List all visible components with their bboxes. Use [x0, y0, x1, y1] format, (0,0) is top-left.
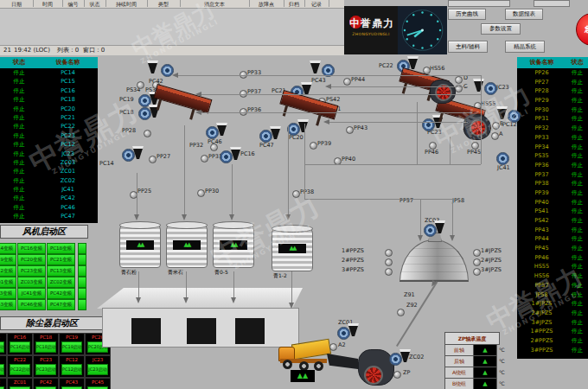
status-dot	[474, 102, 482, 110]
fan-icon	[161, 64, 174, 77]
fine-product-system-button[interactable]: 精品系统	[505, 41, 545, 53]
emergency-stop-button[interactable]: 急停	[576, 13, 588, 46]
stockpile-dome[interactable]	[399, 239, 469, 282]
alarm-column-header[interactable]: 时间	[33, 0, 63, 7]
alarm-column-header[interactable]: 日期	[0, 0, 34, 7]
device-label-jpzs1: 1#JPZS	[481, 247, 502, 254]
vfd-start-button[interactable]: ZC01变频	[0, 277, 16, 288]
dust-collector-cell: PC14PC14启动	[0, 333, 7, 355]
feeder-conveyor[interactable]	[327, 349, 358, 369]
vfd-start-button[interactable]: PC23变频	[17, 265, 46, 277]
device-name: PP39	[517, 188, 566, 197]
device-name: JP58	[517, 290, 566, 299]
device-status: 停止	[566, 226, 588, 234]
material-button[interactable]: 主料/辅料	[448, 41, 488, 53]
dust-device-label: PC43	[60, 379, 84, 385]
alarm-column-header[interactable]: 状态	[84, 0, 106, 7]
device-label-a: A	[499, 131, 502, 137]
device-label-pp46: PP46	[425, 149, 438, 156]
vfd-start-button[interactable]: PC18变频	[47, 243, 75, 254]
device-label-ps42: PS42	[326, 96, 340, 103]
device-label-ppzs1: 1#PPZS	[342, 247, 364, 254]
status-dot	[491, 132, 499, 140]
device-status: 停止	[566, 133, 588, 142]
storage-silo[interactable]: ▲▲	[213, 223, 254, 268]
data-report-button[interactable]: 数据报表	[505, 9, 543, 20]
vfd-indicator[interactable]	[78, 265, 86, 277]
dust-collector-cell: ZC02ZC02启动	[0, 378, 7, 389]
vfd-start-button[interactable]: PC22变频	[0, 265, 16, 277]
vfd-indicator[interactable]	[78, 254, 86, 265]
dust-collector-cell: PC19PC19启动	[59, 333, 85, 355]
dust-start-button[interactable]: PC16启动	[10, 341, 30, 353]
status-dot	[429, 142, 437, 150]
vfd-start-button[interactable]: PC42变频	[47, 288, 75, 299]
vfd-start-button[interactable]: PC43变频	[0, 299, 16, 310]
device-name: PP32	[517, 124, 566, 132]
alarm-column-header[interactable]: 归档	[284, 0, 305, 7]
dust-start-button[interactable]: JC23启动	[87, 364, 108, 375]
vfd-start-button[interactable]: PC19变频	[0, 254, 16, 265]
dust-start-button[interactable]: PC12启动	[61, 364, 82, 375]
alarm-column-header[interactable]: 编号	[62, 0, 85, 7]
history-curve-button[interactable]: 历史曲线	[448, 9, 486, 20]
vfd-indicator[interactable]	[78, 277, 86, 288]
device-status-row: PP31停止	[517, 114, 588, 124]
device-name: PC23	[38, 131, 98, 140]
vfd-indicator[interactable]	[78, 299, 86, 310]
dust-start-button[interactable]: PC14启动	[0, 341, 4, 353]
vfd-start-button[interactable]: PC20变频	[17, 254, 46, 265]
alarm-column-header[interactable]: 持续时间	[105, 0, 148, 7]
device-name: 3#JPZS	[517, 318, 566, 327]
dust-start-button[interactable]: PC21启动	[0, 364, 4, 375]
alarm-column-header[interactable]: 类型	[147, 0, 181, 7]
pipe-line	[304, 164, 481, 165]
vfd-start-button[interactable]: PC14变频	[0, 243, 16, 254]
status-dot	[130, 191, 137, 199]
device-label-zp: ZP	[403, 369, 410, 376]
dust-start-button[interactable]: PC19启动	[61, 341, 82, 353]
device-name: PC42	[38, 194, 98, 202]
top-cut-box-1	[448, 0, 510, 7]
status-dot	[473, 249, 481, 257]
vfd-start-button[interactable]: PC47变频	[47, 299, 75, 310]
storage-silo[interactable]: ▲▲	[272, 226, 313, 271]
device-status-row: 2#JPZS停止	[517, 309, 588, 318]
storage-silo[interactable]: ▲▲	[166, 223, 208, 268]
device-status-row: PS42停止	[517, 216, 588, 226]
dust-start-button[interactable]: PC23启动	[35, 364, 56, 375]
vfd-start-button[interactable]: ZC03变频	[17, 277, 46, 288]
status-dot	[210, 143, 218, 151]
device-status: 停止	[0, 194, 38, 202]
silo-material-window: ▲▲	[126, 240, 154, 250]
right-col-name: 设备名称	[517, 58, 566, 67]
storage-silo[interactable]: ▲▲	[119, 223, 161, 268]
device-label-pp45: PP45	[467, 149, 481, 156]
alarm-column-header[interactable]: 记录	[304, 0, 329, 7]
vfd-start-button[interactable]: JC41变频	[17, 288, 46, 299]
right-col-status: 状态	[566, 58, 588, 67]
device-status-row: PP30停止	[517, 105, 588, 115]
vfd-start-button[interactable]: PC16变频	[17, 243, 46, 254]
status-dot	[455, 85, 463, 92]
vfd-start-button[interactable]: PC13变频	[47, 265, 75, 277]
dust-device-label: PC45	[86, 379, 110, 385]
alarm-column-header[interactable]: 消息文本	[180, 0, 250, 7]
vfd-indicator[interactable]	[78, 288, 86, 299]
vfd-indicator[interactable]	[78, 243, 86, 254]
dust-start-button[interactable]: PC22启动	[10, 364, 30, 375]
vfd-start-button[interactable]: JC23变频	[0, 288, 16, 299]
vfd-start-button[interactable]: ZC02变频	[47, 277, 75, 288]
device-label-c: C	[463, 83, 468, 90]
silo-material-window: ▲▲	[220, 240, 247, 250]
parameter-settings-button[interactable]: 参数设置	[481, 23, 521, 35]
vfd-start-button[interactable]: PC46变频	[17, 299, 46, 310]
vfd-start-button[interactable]: PC21变频	[47, 254, 75, 265]
temp-unit: ℃	[499, 378, 509, 389]
device-label-pp25: PP25	[137, 188, 151, 194]
device-status: 停止	[566, 327, 588, 335]
dust-start-button[interactable]: PC18启动	[35, 341, 56, 353]
device-label-pp31: PP31	[208, 153, 222, 160]
flow-arrow-down	[450, 235, 455, 241]
alarm-column-header[interactable]: 故障点	[249, 0, 284, 7]
